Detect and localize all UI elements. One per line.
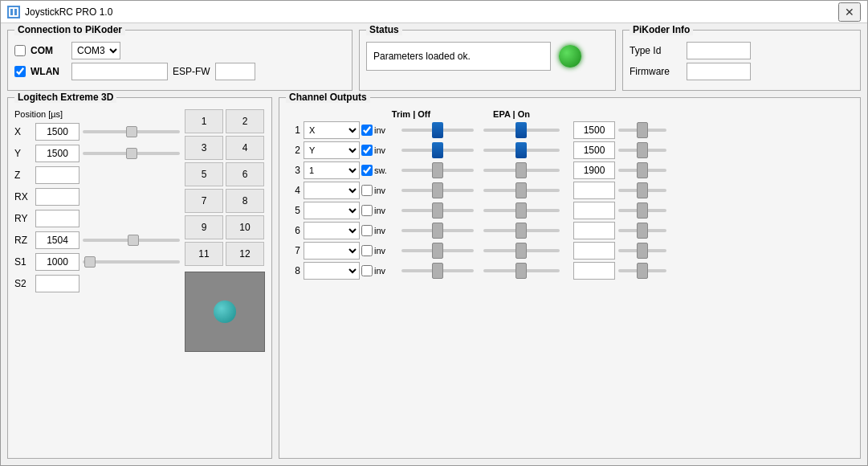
ch-val-4[interactable] bbox=[573, 182, 615, 199]
ch-inv-check-3[interactable] bbox=[361, 165, 373, 176]
axis-val-x[interactable] bbox=[35, 123, 79, 141]
wlan-checkbox[interactable] bbox=[14, 66, 26, 77]
ch-right-slider-8[interactable] bbox=[618, 269, 854, 272]
numpad-btn-9[interactable]: 9 bbox=[185, 215, 223, 239]
ch-inv-label-4: inv bbox=[374, 186, 385, 195]
ch-src-1[interactable]: XY1 bbox=[304, 121, 360, 139]
ch-inv-cb-3: sw. bbox=[361, 165, 400, 176]
axis-val-s1[interactable] bbox=[35, 253, 79, 271]
axis-val-z[interactable] bbox=[35, 166, 79, 184]
numpad-btn-3[interactable]: 3 bbox=[185, 136, 223, 160]
axis-name-x: X bbox=[14, 126, 32, 137]
numpad-btn-12[interactable]: 12 bbox=[226, 242, 264, 266]
ch-right-slider-6[interactable] bbox=[618, 229, 854, 232]
ch-right-track-3 bbox=[618, 169, 666, 172]
status-panel-title: Status bbox=[366, 24, 402, 35]
axis-row-x: X bbox=[14, 122, 180, 141]
com-checkbox[interactable] bbox=[14, 45, 26, 56]
close-button[interactable]: ✕ bbox=[838, 2, 861, 22]
firmware-value[interactable]: 3.01 bbox=[687, 63, 751, 80]
ch-right-slider-4[interactable] bbox=[618, 189, 854, 192]
ch-val-8[interactable] bbox=[573, 262, 615, 280]
channel-header-labels: Trim | Off EPA | On bbox=[286, 109, 854, 119]
numpad-btn-8[interactable]: 8 bbox=[226, 189, 264, 213]
trim-slider-3[interactable] bbox=[401, 169, 482, 172]
com-select[interactable]: COM3 COM1 COM2 bbox=[71, 42, 120, 59]
trim-slider-6[interactable] bbox=[401, 229, 482, 232]
trim-slider-2[interactable] bbox=[401, 149, 482, 152]
epa-slider-1[interactable] bbox=[483, 129, 572, 132]
joystick-box[interactable] bbox=[185, 272, 265, 352]
ch-inv-check-7[interactable] bbox=[361, 245, 373, 256]
espfw-input[interactable]: 1.4 bbox=[215, 63, 255, 80]
wlan-input[interactable]: PiKoder_wRX bbox=[71, 63, 168, 80]
epa-slider-3[interactable] bbox=[483, 169, 572, 172]
ch-val-3[interactable] bbox=[573, 161, 615, 179]
axis-slider-y[interactable] bbox=[83, 152, 180, 155]
trim-slider-1[interactable] bbox=[401, 129, 482, 132]
channel-row-3: 3 1XY sw. bbox=[286, 161, 854, 179]
ch-val-1[interactable] bbox=[573, 121, 615, 139]
epa-slider-4[interactable] bbox=[483, 189, 572, 192]
epa-slider-7[interactable] bbox=[483, 249, 572, 252]
numpad-btn-7[interactable]: 7 bbox=[185, 189, 223, 213]
ch-inv-check-6[interactable] bbox=[361, 225, 373, 236]
ch-inv-check-8[interactable] bbox=[361, 265, 373, 276]
numpad-btn-5[interactable]: 5 bbox=[185, 162, 223, 186]
svg-rect-1 bbox=[10, 9, 13, 15]
epa-slider-5[interactable] bbox=[483, 209, 572, 212]
trim-slider-7[interactable] bbox=[401, 249, 482, 252]
ch-src-4[interactable]: XY bbox=[304, 182, 360, 199]
axis-val-rz[interactable] bbox=[35, 231, 79, 249]
ch-val-6[interactable] bbox=[573, 222, 615, 239]
epa-track-5 bbox=[483, 209, 560, 212]
typeid-value[interactable]: SSC bbox=[687, 42, 751, 59]
epa-slider-6[interactable] bbox=[483, 229, 572, 232]
espfw-label: ESP-FW bbox=[173, 66, 210, 77]
ch-right-slider-5[interactable] bbox=[618, 209, 854, 212]
axis-val-s2[interactable] bbox=[35, 275, 79, 292]
axis-val-ry[interactable] bbox=[35, 210, 79, 227]
main-content: Connection to PiKoder COM COM3 COM1 COM2… bbox=[1, 23, 867, 465]
axis-val-rx[interactable] bbox=[35, 188, 79, 206]
epa-slider-8[interactable] bbox=[483, 269, 572, 272]
ch-src-6[interactable] bbox=[304, 222, 360, 239]
ch-right-slider-1[interactable] bbox=[618, 129, 854, 132]
ch-src-2[interactable]: YX1 bbox=[304, 141, 360, 159]
ch-inv-check-5[interactable] bbox=[361, 205, 373, 216]
ch-num-4: 4 bbox=[286, 185, 300, 196]
ch-inv-check-2[interactable] bbox=[361, 145, 373, 156]
epa-track-3 bbox=[483, 169, 560, 172]
trim-slider-4[interactable] bbox=[401, 189, 482, 192]
numpad-btn-10[interactable]: 10 bbox=[226, 215, 264, 239]
numpad-btn-1[interactable]: 1 bbox=[185, 109, 223, 133]
axis-val-y[interactable] bbox=[35, 145, 79, 162]
numpad-btn-11[interactable]: 11 bbox=[185, 242, 223, 266]
axis-slider-x[interactable] bbox=[83, 130, 180, 133]
axis-slider-rz[interactable] bbox=[83, 239, 180, 242]
epa-track-4 bbox=[483, 189, 560, 192]
ch-val-7[interactable] bbox=[573, 242, 615, 260]
ch-src-7[interactable] bbox=[304, 242, 360, 260]
trim-slider-5[interactable] bbox=[401, 209, 482, 212]
ch-right-slider-2[interactable] bbox=[618, 149, 854, 152]
axis-slider-s1[interactable] bbox=[83, 260, 180, 264]
ch-right-slider-7[interactable] bbox=[618, 249, 854, 252]
connection-panel: Connection to PiKoder COM COM3 COM1 COM2… bbox=[7, 30, 352, 91]
ch-val-2[interactable] bbox=[573, 141, 615, 159]
trim-slider-8[interactable] bbox=[401, 269, 482, 272]
ch-num-8: 8 bbox=[286, 265, 300, 276]
ch-right-track-6 bbox=[618, 229, 666, 232]
numpad-btn-4[interactable]: 4 bbox=[226, 136, 264, 160]
numpad-btn-2[interactable]: 2 bbox=[226, 109, 264, 133]
ch-src-5[interactable] bbox=[304, 202, 360, 219]
epa-slider-2[interactable] bbox=[483, 149, 572, 152]
numpad-btn-6[interactable]: 6 bbox=[226, 162, 264, 186]
ch-inv-check-1[interactable] bbox=[361, 125, 373, 136]
ch-val-5[interactable] bbox=[573, 202, 615, 219]
ch-right-slider-3[interactable] bbox=[618, 169, 854, 172]
ch-src-8[interactable] bbox=[304, 262, 360, 280]
ch-inv-check-4[interactable] bbox=[361, 185, 373, 196]
channel-row-1: 1 XY1 inv bbox=[286, 121, 854, 139]
ch-src-3[interactable]: 1XY bbox=[304, 161, 360, 179]
